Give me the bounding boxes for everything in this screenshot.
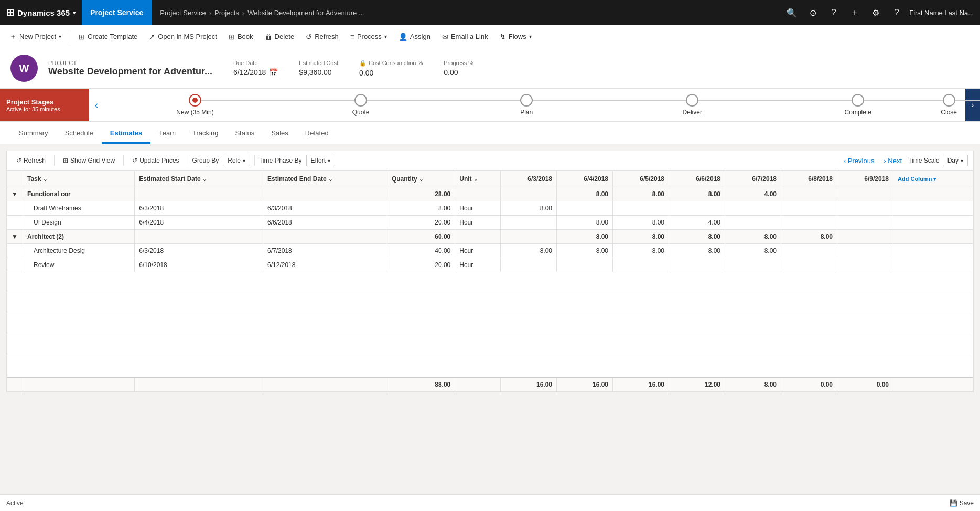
- help-globe-icon[interactable]: ?: [825, 4, 842, 21]
- expand-cell[interactable]: ▼: [7, 187, 23, 201]
- add-cell: [893, 201, 973, 216]
- process-button[interactable]: ≡ Process ▾: [345, 29, 392, 44]
- tab-schedule[interactable]: Schedule: [57, 122, 102, 144]
- start-cell: [135, 230, 263, 244]
- d3-cell: [613, 201, 669, 216]
- end-cell: 6/7/2018: [263, 244, 387, 258]
- d3-cell: 8.00: [613, 244, 669, 258]
- estimated-cost-label: Estimated Cost: [299, 60, 338, 66]
- total-task-cell: [23, 377, 135, 392]
- brand-logo[interactable]: ⊞ Dynamics 365 ▾: [0, 0, 82, 25]
- d4-cell: 8.00: [669, 187, 725, 201]
- create-template-button[interactable]: ⊞ Create Template: [73, 29, 143, 44]
- add-icon[interactable]: ＋: [846, 4, 863, 21]
- calendar-icon[interactable]: 📅: [269, 68, 278, 77]
- search-icon[interactable]: 🔍: [783, 4, 800, 21]
- chevron-down-icon[interactable]: ▾: [59, 34, 61, 39]
- d7-cell: [837, 201, 893, 216]
- time-scale-dropdown[interactable]: Day ▾: [943, 155, 968, 166]
- question-icon[interactable]: ?: [888, 4, 905, 21]
- breadcrumb-sep-2: ›: [242, 9, 244, 17]
- add-column-button[interactable]: Add Column ▾: [893, 171, 973, 187]
- settings-icon[interactable]: ⚙: [867, 4, 884, 21]
- d4-cell: [669, 201, 725, 216]
- d4-cell: 8.00: [669, 244, 725, 258]
- estimates-refresh-button[interactable]: ↺ Refresh: [12, 154, 50, 167]
- time-phase-label: Time-Phase By: [259, 157, 302, 164]
- progress-value: 0.00: [444, 68, 473, 77]
- estimates-grid: Task ⌄ Estimated Start Date ⌄ Estimated …: [6, 170, 974, 392]
- stage-nav-left-button[interactable]: ‹: [89, 89, 104, 121]
- stage-nav-right-button[interactable]: ›: [965, 89, 980, 121]
- favorite-icon[interactable]: ⊙: [804, 4, 821, 21]
- stage-item-complete[interactable]: Complete: [775, 94, 941, 116]
- breadcrumb-item-2[interactable]: Projects: [214, 9, 239, 17]
- delete-button[interactable]: 🗑 Delete: [260, 29, 300, 44]
- d1-cell: 8.00: [501, 244, 557, 258]
- tab-team[interactable]: Team: [150, 122, 184, 144]
- stage-item-new[interactable]: New (35 Min): [112, 94, 278, 116]
- top-navigation: ⊞ Dynamics 365 ▾ Project Service Project…: [0, 0, 980, 25]
- d6-cell: 8.00: [781, 230, 837, 244]
- tab-tracking[interactable]: Tracking: [184, 122, 227, 144]
- stage-item-quote[interactable]: Quote: [278, 94, 444, 116]
- time-phase-dropdown[interactable]: Effort ▾: [306, 155, 335, 166]
- expand-cell[interactable]: ▼: [7, 230, 23, 244]
- d2-cell: [557, 258, 613, 272]
- email-icon: ✉: [442, 33, 448, 41]
- col-expand: [7, 171, 23, 187]
- tab-status[interactable]: Status: [227, 122, 263, 144]
- tab-summary[interactable]: Summary: [10, 122, 57, 144]
- user-name[interactable]: First Name Last Na...: [909, 9, 974, 17]
- refresh-button[interactable]: ↺ Refresh: [300, 29, 344, 44]
- col-unit[interactable]: Unit ⌄: [455, 171, 501, 187]
- stage-item-close[interactable]: Close: [941, 94, 957, 116]
- d1-cell: [501, 187, 557, 201]
- project-fields: Due Date 6/12/2018 📅 Estimated Cost $9,3…: [233, 60, 473, 77]
- tab-sales[interactable]: Sales: [263, 122, 297, 144]
- total-add-cell: [893, 377, 973, 392]
- start-cell: [135, 187, 263, 201]
- end-cell: 6/3/2018: [263, 201, 387, 216]
- breadcrumb-item-3[interactable]: Website Development for Adventure ...: [247, 9, 364, 17]
- group-by-dropdown[interactable]: Role ▾: [223, 155, 250, 166]
- assign-button[interactable]: 👤 Assign: [393, 29, 436, 44]
- toolbar-sep-4: [254, 155, 255, 166]
- update-prices-button[interactable]: ↺ Update Prices: [128, 154, 183, 167]
- col-quantity[interactable]: Quantity ⌄: [387, 171, 455, 187]
- quantity-sort-icon: ⌄: [419, 176, 423, 182]
- flows-button[interactable]: ↯ Flows ▾: [494, 29, 537, 44]
- brand-chevron[interactable]: ▾: [73, 10, 76, 16]
- process-icon: ≡: [350, 33, 354, 41]
- breadcrumb-item-1[interactable]: Project Service: [160, 9, 206, 17]
- unit-cell: Hour: [455, 244, 501, 258]
- progress-label: Progress %: [444, 60, 473, 66]
- top-nav-right: 🔍 ⊙ ? ＋ ⚙ ? First Name Last Na...: [783, 4, 980, 21]
- col-task[interactable]: Task ⌄: [23, 171, 135, 187]
- col-d6: 6/8/2018: [781, 171, 837, 187]
- total-d1-cell: 16.00: [501, 377, 557, 392]
- stage-name-new: New (35 Min): [176, 109, 213, 116]
- group-by-label: Group By: [192, 157, 219, 164]
- show-grid-view-button[interactable]: ⊞ Show Grid View: [59, 154, 119, 167]
- stage-circle-new: [189, 94, 201, 107]
- previous-button[interactable]: ‹ Previous: [841, 155, 878, 167]
- open-ms-project-button[interactable]: ↗ Open in MS Project: [144, 29, 222, 44]
- tab-related[interactable]: Related: [297, 122, 337, 144]
- email-a-link-button[interactable]: ✉ Email a Link: [437, 29, 493, 44]
- estimates-table: Task ⌄ Estimated Start Date ⌄ Estimated …: [7, 171, 973, 392]
- end-cell: 6/6/2018: [263, 216, 387, 230]
- tab-estimates[interactable]: Estimates: [102, 122, 150, 144]
- col-end-date[interactable]: Estimated End Date ⌄: [263, 171, 387, 187]
- new-project-button[interactable]: ＋ New Project ▾: [4, 29, 67, 45]
- stage-item-plan[interactable]: Plan: [444, 94, 609, 116]
- stage-item-deliver[interactable]: Deliver: [609, 94, 775, 116]
- task-cell: Architect (2): [23, 230, 135, 244]
- total-d7-cell: 0.00: [837, 377, 893, 392]
- col-start-date[interactable]: Estimated Start Date ⌄: [135, 171, 263, 187]
- table-row: Architecture Desig 6/3/2018 6/7/2018 40.…: [7, 244, 973, 258]
- next-button[interactable]: › Next: [880, 155, 905, 167]
- d6-cell: [781, 216, 837, 230]
- book-button[interactable]: ⊞ Book: [223, 29, 259, 44]
- total-expand-cell: [7, 377, 23, 392]
